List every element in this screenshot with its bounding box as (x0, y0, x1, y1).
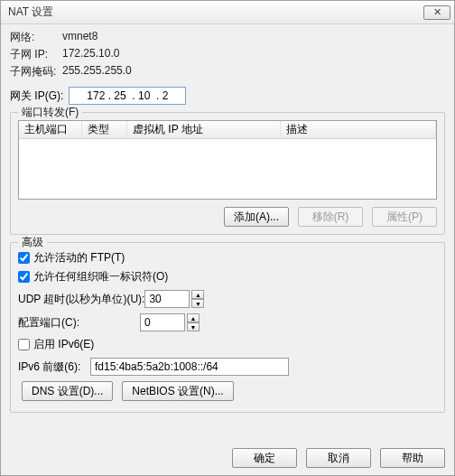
subnet-ip-label: 子网 IP: (10, 47, 62, 62)
allow-active-ftp-row: 允许活动的 FTP(T) (18, 250, 437, 266)
gateway-row: 网关 IP(G): (10, 87, 445, 105)
subnet-mask-row: 子网掩码: 255.255.255.0 (10, 64, 445, 79)
ipv6-prefix-row: IPv6 前缀(6): (18, 358, 437, 376)
udp-timeout-down[interactable]: ▼ (191, 299, 204, 308)
allow-oui-checkbox[interactable] (18, 271, 30, 283)
col-host-port[interactable]: 主机端口 (19, 121, 82, 138)
remove-button: 移除(R) (298, 207, 363, 227)
port-forward-table[interactable]: 主机端口 类型 虚拟机 IP 地址 描述 (18, 120, 437, 200)
col-vm-ip[interactable]: 虚拟机 IP 地址 (127, 121, 281, 138)
subnet-mask-label: 子网掩码: (10, 64, 62, 79)
config-port-input[interactable] (140, 313, 185, 331)
ok-button[interactable]: 确定 (232, 448, 297, 468)
close-button[interactable]: ✕ (423, 5, 450, 20)
dialog-footer: 确定 取消 帮助 (1, 443, 454, 475)
udp-timeout-label: UDP 超时(以秒为单位)(U): (18, 292, 144, 307)
udp-timeout-input[interactable] (144, 290, 190, 308)
add-button[interactable]: 添加(A)... (224, 207, 289, 227)
close-icon: ✕ (433, 6, 441, 18)
subnet-ip-value: 172.25.10.0 (62, 47, 119, 62)
col-type[interactable]: 类型 (82, 121, 127, 138)
cancel-button[interactable]: 取消 (306, 448, 371, 468)
advanced-legend: 高级 (18, 235, 47, 250)
allow-active-ftp-label[interactable]: 允许活动的 FTP(T) (33, 250, 125, 266)
table-header: 主机端口 类型 虚拟机 IP 地址 描述 (19, 121, 436, 139)
network-row: 网络: vmnet8 (10, 30, 445, 45)
ipv6-prefix-input[interactable] (90, 358, 289, 376)
help-button[interactable]: 帮助 (380, 448, 445, 468)
allow-oui-label[interactable]: 允许任何组织唯一标识符(O) (33, 269, 168, 285)
netbios-settings-button[interactable]: NetBIOS 设置(N)... (122, 381, 233, 401)
subnet-ip-row: 子网 IP: 172.25.10.0 (10, 47, 445, 62)
config-port-spinner: ▲ ▼ (187, 313, 200, 331)
gateway-input[interactable] (69, 87, 186, 105)
dialog-title: NAT 设置 (8, 5, 423, 20)
config-port-down[interactable]: ▼ (187, 322, 200, 331)
network-value: vmnet8 (62, 30, 98, 45)
network-label: 网络: (10, 30, 62, 45)
titlebar: NAT 设置 ✕ (1, 1, 454, 24)
port-forward-legend: 端口转发(F) (18, 105, 82, 120)
config-port-row: 配置端口(C): ▲ ▼ (18, 313, 437, 331)
advanced-group: 高级 允许活动的 FTP(T) 允许任何组织唯一标识符(O) UDP 超时(以秒… (10, 242, 445, 413)
port-forward-group: 端口转发(F) 主机端口 类型 虚拟机 IP 地址 描述 添加(A)... 移除… (10, 112, 445, 235)
dialog-content: 网络: vmnet8 子网 IP: 172.25.10.0 子网掩码: 255.… (1, 24, 454, 443)
properties-button: 属性(P) (372, 207, 437, 227)
udp-timeout-up[interactable]: ▲ (191, 290, 204, 299)
config-port-label: 配置端口(C): (18, 315, 140, 331)
allow-active-ftp-checkbox[interactable] (18, 252, 30, 264)
udp-timeout-row: UDP 超时(以秒为单位)(U): ▲ ▼ (18, 290, 437, 308)
udp-timeout-spinner: ▲ ▼ (191, 290, 204, 308)
dns-settings-button[interactable]: DNS 设置(D)... (22, 381, 113, 401)
nat-settings-dialog: NAT 设置 ✕ 网络: vmnet8 子网 IP: 172.25.10.0 子… (0, 0, 455, 476)
enable-ipv6-checkbox[interactable] (18, 339, 30, 350)
subnet-mask-value: 255.255.255.0 (62, 64, 132, 79)
advanced-buttons: DNS 设置(D)... NetBIOS 设置(N)... (22, 381, 437, 401)
gateway-label: 网关 IP(G): (10, 89, 63, 104)
col-description[interactable]: 描述 (281, 121, 436, 138)
port-forward-buttons: 添加(A)... 移除(R) 属性(P) (18, 207, 437, 227)
enable-ipv6-row: 启用 IPv6(E) (18, 337, 437, 352)
allow-oui-row: 允许任何组织唯一标识符(O) (18, 269, 437, 285)
config-port-up[interactable]: ▲ (187, 313, 200, 322)
enable-ipv6-label[interactable]: 启用 IPv6(E) (33, 337, 94, 352)
ipv6-prefix-label: IPv6 前缀(6): (18, 359, 90, 375)
